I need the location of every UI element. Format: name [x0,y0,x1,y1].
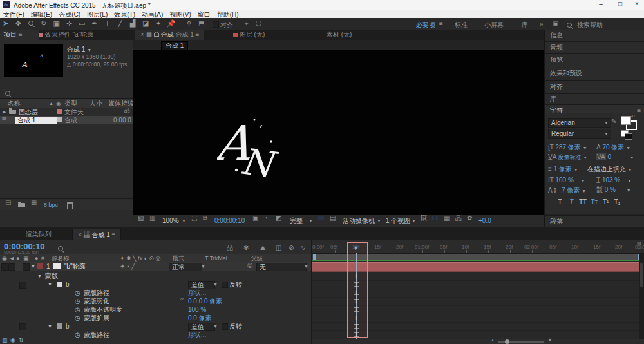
prop-row-masks[interactable]: ▼ 蒙版 [0,272,311,280]
font-style-select[interactable]: Regular▼ [548,129,611,139]
prop-row-mask-path-1[interactable]: ◷ 蒙版路径 形状... [0,289,311,297]
parent-caret-icon[interactable]: ▼ [304,262,308,271]
stopwatch-icon[interactable]: ◷ [75,297,80,305]
prop-value[interactable]: 形状... [188,330,206,339]
view-layout-caret-icon[interactable]: ▼ [412,215,416,227]
close-tab-icon[interactable]: × [140,31,144,38]
viewer-current-time[interactable]: 0:00:00:10 [214,215,245,227]
panel-tab-align[interactable]: 对齐 [545,81,644,94]
stroke-width-control[interactable]: ≡ 1 像素 ▼ [548,165,578,174]
tracking-control[interactable]: VA 0 ▼ [596,153,634,160]
project-comp-name[interactable]: 合成 1 ▼ [67,45,91,54]
timeline-button-icon[interactable]: ▦ [444,215,450,222]
motion-blur-icon[interactable]: ⊘ [289,245,294,251]
shape-tool-icon[interactable]: ▭ [77,18,88,29]
superscript-button[interactable]: T¹ [601,198,611,205]
eraser-tool-icon[interactable]: ◪ [140,18,151,29]
vertical-scrollbar[interactable] [639,254,644,339]
zoom-tool-icon[interactable] [26,18,37,29]
panel-tab-effects-presets[interactable]: 效果和预设 [545,66,644,81]
scrollbar-thumb[interactable] [640,263,643,287]
vertical-scale-control[interactable]: IT 100 % ▼ [548,177,585,184]
graph-editor-icon[interactable]: ∿ [300,245,305,251]
mask-toggle[interactable] [19,323,26,330]
pickwhip-icon[interactable]: ◎ [247,262,253,269]
snap-option2-icon[interactable]: ⛶ [256,21,261,27]
proportional-spacing-control[interactable]: ㍿ 0 % ▼ [596,186,631,193]
help-search-icon[interactable] [567,22,572,29]
grid-guides-icon[interactable]: 🖽 [421,215,427,222]
mask-feather-icon[interactable]: ⚲ [187,21,191,27]
panel-tab-info[interactable]: 信息 [545,30,644,42]
resolution-caret-icon[interactable]: ▼ [308,215,313,227]
camera-value[interactable]: 活动摄像机 [343,215,375,227]
workspace-standard[interactable]: 标准 [455,21,468,30]
text-tool-icon[interactable]: T [102,18,113,29]
mask-visibility-icon[interactable]: ◔ [264,215,268,222]
snap-checkbox[interactable] [213,21,219,28]
stamp-tool-icon[interactable]: ▟ [128,18,138,29]
resolution-value[interactable]: 完整 [290,215,303,227]
prop-row-mask-feather[interactable]: ◷ 蒙版羽化 ∞ 0.0,0.0 像素 [0,297,311,305]
snap-option-icon[interactable]: ⌖ [245,21,249,27]
maximize-button[interactable]: □ [612,0,629,10]
layer-mode-select[interactable]: 正常 [169,263,202,271]
prop-row-mask-expansion[interactable]: ◷ 蒙版扩展 0.0 像素 [0,314,311,322]
font-family-select[interactable]: Algerian▼ [548,118,611,128]
draft-3d-icon[interactable]: ✾ [243,245,249,251]
puppet-pin-tool-icon[interactable]: 📌 [166,18,176,29]
camera-tool-icon[interactable]: ▣ [51,18,62,29]
expand-inout-icon[interactable]: ⇅ [19,337,24,343]
shy-icon[interactable]: ⛰ [260,245,265,251]
zoom-caret-icon[interactable]: ▼ [182,215,186,227]
faux-bold-button[interactable]: T [555,198,565,205]
zoom-in-mountain-icon[interactable]: ▲ [547,338,553,343]
magnification-icon[interactable]: ▥ [149,215,155,222]
work-area-start-handle[interactable] [313,254,316,260]
hand-tool-icon[interactable]: ✥ [13,18,24,29]
small-caps-button[interactable]: Tᴛ [589,198,599,205]
stopwatch-icon[interactable]: ◷ [75,314,80,322]
close-tab-icon[interactable]: × [78,231,82,238]
video-toggle[interactable] [1,263,8,271]
no-color-icon[interactable] [625,133,632,140]
faux-italic-button[interactable]: T [567,198,576,205]
timeline-search-icon[interactable] [58,245,63,253]
brush-tool-icon[interactable]: ╱ [115,18,126,29]
tab-layer[interactable]: 图层 (无) [233,30,265,40]
prop-value[interactable]: 形状... [188,289,206,297]
prop-row-mask-b2[interactable]: ▼ b 差值 ▼ 反转 [0,322,311,330]
exposure-value[interactable]: +0.0 [478,215,491,227]
prop-row-mask-opacity[interactable]: ◷ 蒙版不透明度 100 % [0,305,311,314]
new-composition-icon[interactable]: ▦ [31,200,37,206]
expand-layer-switches-icon[interactable]: ▥ [2,337,8,343]
project-row-comp1[interactable]: ▩ 合成 1 合成 0:00:0 [0,116,133,124]
layer-twirl-icon[interactable]: ▼ [31,262,35,271]
interpret-footage-icon[interactable]: ▤ [5,200,11,206]
eyedropper-icon[interactable]: ✎ [611,119,616,125]
frame-blend-icon[interactable]: ◫ [276,245,281,251]
project-row-solids[interactable]: ▶ 固态层 文件夹 品 [0,108,133,116]
transparency-grid-icon[interactable]: ⧉ [203,215,207,222]
flowchart-icon[interactable]: 品 [227,245,233,251]
fast-preview-icon[interactable]: ⊞ [318,215,323,222]
invert-checkbox[interactable] [222,323,228,330]
project-search-icon[interactable] [5,90,10,97]
sync-settings-icon[interactable]: ▣ [553,21,558,27]
timeline-zoom-thumb[interactable] [505,339,509,344]
panel-tab-paragraph[interactable]: 段落 [545,215,644,227]
minimize-button[interactable]: – [592,0,609,10]
project-bpc[interactable]: 8 bpc [44,200,58,210]
layer-label-chip[interactable] [37,263,43,269]
mode-caret-icon[interactable]: ▼ [201,262,205,271]
expand-transfer-controls-icon[interactable]: ◉ [10,337,15,343]
workspace-small-screen[interactable]: 小屏幕 [484,21,504,30]
selection-tool-icon[interactable]: ➤ [0,18,11,29]
comp-marker-bin-icon[interactable]: ◍ [637,241,641,246]
workspace-libraries[interactable]: 库 [522,21,528,30]
font-size-control[interactable]: ʈT 287 像素 ▼ [548,143,587,152]
project-list-header[interactable]: 名称 ▲ ◈ 类型 大小 媒体持续 [0,99,133,108]
workspace-menu-icon[interactable]: ≡ [439,21,443,27]
timeline-columns-header[interactable]: ◉ ◄ ● ▣ ● # 源名称 ✦ ✹ ╲ fx ◐ ⊙ ◎ 模式 T TrkM… [0,254,311,262]
rotobrush-tool-icon[interactable]: ✦ [153,18,164,29]
